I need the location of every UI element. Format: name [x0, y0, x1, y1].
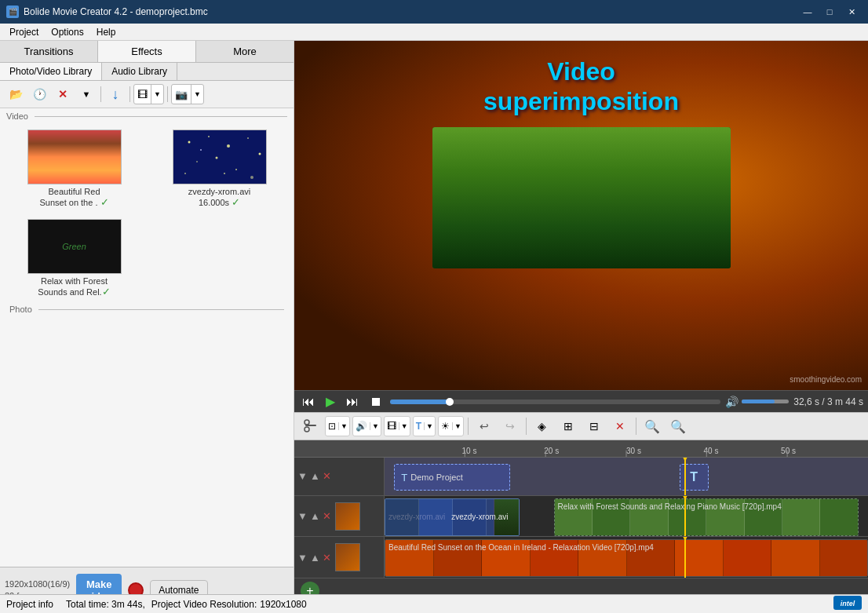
delete-edit-button[interactable]: ✕ — [608, 415, 632, 437]
time-total: / 3 m 44 s — [822, 396, 863, 407]
camera-dropdown-arrow[interactable]: ▼ — [191, 85, 203, 104]
text-block-label: Demo Project — [410, 473, 463, 482]
et-sep-1 — [468, 418, 469, 435]
library-area[interactable]: Beautiful RedSunset on the . ✓ — [0, 122, 294, 567]
video-section-label: Video — [0, 108, 294, 122]
v2-up[interactable]: ▲ — [310, 552, 320, 564]
audio-dropdown[interactable]: 🔊 ▼ — [352, 416, 381, 436]
video2-sunset-block[interactable]: Beautiful Red Sunset on the Ocean in Ire… — [385, 539, 868, 577]
app-title: Bolide Movie Creator 4.2 - demoproject.b… — [24, 6, 208, 17]
text-dropdown[interactable]: T ▼ — [413, 416, 436, 436]
crop-dropdown[interactable]: ⊡ ▼ — [325, 416, 350, 436]
tab-transitions[interactable]: Transitions — [0, 41, 98, 62]
resolution-value: 1920x1080 — [260, 599, 306, 610]
text-icon: T — [414, 421, 424, 432]
close-button[interactable]: ✕ — [841, 4, 862, 20]
video2-sunset-label: Beautiful Red Sunset on the Ocean in Ire… — [388, 543, 654, 552]
clock-button[interactable]: 🕐 — [28, 84, 50, 104]
sub-tab-photo-video[interactable]: Photo/Video Library — [0, 63, 102, 80]
v2-down[interactable]: ▼ — [297, 552, 308, 564]
right-panel: Video superimposition smoothingvideo.com… — [294, 41, 868, 613]
media-item-forest[interactable]: Green Relax with ForestSounds and Rel.✓ — [3, 215, 145, 301]
film-icon: 🎞 — [134, 89, 151, 100]
paste-button[interactable]: ⊟ — [582, 415, 606, 437]
video2-track-content[interactable]: Beautiful Red Sunset on the Ocean in Ire… — [385, 537, 868, 578]
media-item-zvezdy[interactable]: zvezdy-xrom.avi16.000s ✓ — [148, 126, 290, 212]
volume-bar[interactable] — [742, 400, 789, 403]
play-button[interactable]: ▶ — [323, 392, 338, 410]
menu-project[interactable]: Project — [3, 25, 45, 39]
volume-fill — [742, 400, 775, 403]
v1-down[interactable]: ▼ — [297, 510, 308, 522]
svg-rect-19 — [495, 131, 511, 253]
marker-button[interactable]: ◈ — [531, 415, 554, 437]
film-edit-dropdown[interactable]: 🎞 ▼ — [384, 416, 410, 436]
v1-remove[interactable]: ✕ — [323, 510, 331, 522]
svg-rect-26 — [691, 135, 711, 253]
progress-thumb[interactable] — [446, 398, 454, 406]
text-block-demo-project[interactable]: T Demo Project — [394, 464, 510, 491]
minimize-button[interactable]: — — [797, 4, 818, 20]
text-track-down[interactable]: ▼ — [297, 470, 308, 482]
film-edit-arrow[interactable]: ▼ — [399, 422, 410, 430]
sub-tab-audio[interactable]: Audio Library — [102, 63, 177, 80]
progress-bar[interactable] — [390, 400, 720, 404]
maximize-button[interactable]: □ — [819, 4, 840, 20]
preview-title: Video superimposition — [294, 57, 868, 117]
v1-up[interactable]: ▲ — [310, 510, 320, 522]
playhead-text — [684, 458, 686, 495]
menu-options[interactable]: Options — [45, 25, 89, 39]
svg-rect-23 — [605, 131, 622, 253]
video1-zvezdy-block[interactable]: zvezdy-xrom.avi zvezdy-xrom.avi — [385, 498, 520, 536]
menu-help[interactable]: Help — [90, 25, 122, 39]
volume-icon[interactable]: 🔊 — [725, 396, 739, 408]
rewind-button[interactable]: ⏮ — [299, 393, 318, 410]
text-track-remove[interactable]: ✕ — [323, 470, 331, 482]
thumb-forest: Green — [27, 219, 122, 274]
preview-area: Video superimposition smoothingvideo.com — [294, 41, 868, 390]
remove-button[interactable]: ✕ — [52, 84, 74, 104]
stop-button[interactable]: ⏹ — [367, 393, 385, 410]
brightness-arrow[interactable]: ▼ — [452, 422, 463, 430]
audio-arrow[interactable]: ▼ — [370, 422, 381, 430]
redo-button[interactable]: ↪ — [498, 415, 522, 437]
film-dropdown[interactable]: 🎞 ▼ — [133, 84, 164, 104]
tab-effects[interactable]: Effects — [98, 41, 196, 62]
crop-arrow[interactable]: ▼ — [338, 422, 349, 430]
scissors-button[interactable] — [299, 415, 323, 437]
open-folder-button[interactable]: 📂 — [5, 84, 27, 104]
svg-point-3 — [227, 144, 230, 148]
svg-point-1 — [188, 141, 190, 144]
forward-button[interactable]: ⏭ — [343, 393, 362, 410]
edit-toolbar: ⊡ ▼ 🔊 ▼ 🎞 ▼ T ▼ ☀ ▼ ↩ ↪ ◈ — [294, 412, 868, 440]
svg-rect-22 — [578, 135, 592, 253]
down-button[interactable]: ↓ — [104, 84, 126, 104]
v2-remove[interactable]: ✕ — [323, 552, 331, 564]
tab-more[interactable]: More — [196, 41, 294, 62]
main-layout: Transitions Effects More Photo/Video Lib… — [0, 41, 868, 613]
video1-relax-block[interactable]: Relax with Forest Sounds and Relaxing Pi… — [554, 498, 859, 536]
svg-rect-15 — [432, 174, 731, 221]
title-bar-controls: — □ ✕ — [797, 4, 862, 20]
video1-track-content[interactable]: zvezdy-xrom.avi zvezdy-xrom.avi — [385, 496, 868, 537]
zoom-out-button[interactable]: 🔍 — [640, 415, 664, 437]
dropdown-arrow-1[interactable]: ▼ — [75, 84, 97, 104]
copy-button[interactable]: ⊞ — [556, 415, 580, 437]
camera-dropdown[interactable]: 📷 ▼ — [171, 84, 204, 104]
thumb-sunset — [27, 130, 122, 184]
timeline-container: 10 s 20 s 30 s 40 s 50 s — [294, 440, 868, 613]
text-track-up[interactable]: ▲ — [310, 470, 320, 482]
svg-rect-20 — [519, 139, 538, 253]
film-dropdown-arrow[interactable]: ▼ — [151, 85, 163, 104]
undo-button[interactable]: ↩ — [472, 415, 496, 437]
text-arrow[interactable]: ▼ — [424, 422, 435, 430]
title-bar-left: 🎬 Bolide Movie Creator 4.2 - demoproject… — [6, 5, 208, 18]
media-item-sunset[interactable]: Beautiful RedSunset on the . ✓ — [3, 126, 145, 212]
svg-text:intel: intel — [841, 600, 855, 608]
zoom-in-button[interactable]: 🔍 — [666, 415, 690, 437]
brightness-dropdown[interactable]: ☀ ▼ — [438, 416, 464, 436]
playback-bar: ⏮ ▶ ⏭ ⏹ 🔊 32,6 s / 3 m 44 s — [294, 390, 868, 412]
library-grid: Beautiful RedSunset on the . ✓ — [3, 126, 290, 301]
volume-area: 🔊 — [725, 396, 789, 408]
text-track-content[interactable]: T Demo Project T — [385, 458, 868, 495]
